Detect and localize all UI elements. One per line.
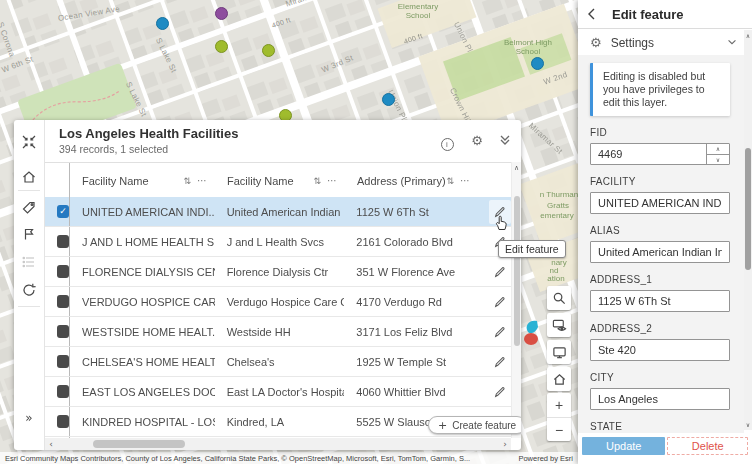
table-horizontal-scrollbar[interactable]: ‹ › [45, 438, 511, 450]
scroll-up-icon[interactable]: ∧ [744, 32, 752, 39]
update-button[interactable]: Update [582, 437, 665, 455]
screen-button[interactable] [547, 340, 571, 364]
column-menu-icon[interactable]: ⋯ [460, 175, 470, 186]
map-feature-dot-blue[interactable] [531, 57, 544, 70]
row-checkbox[interactable]: ✓ [57, 205, 69, 218]
row-edit-cell[interactable] [477, 287, 511, 316]
edit-panel-scrollbar[interactable]: ∧ ∨ [744, 30, 752, 430]
map-feature-dot-olive[interactable] [215, 40, 228, 53]
map-feature-dot-olive[interactable] [262, 44, 275, 57]
field-label: STATE [590, 421, 730, 432]
facility-input[interactable] [590, 192, 730, 214]
scroll-left-icon[interactable]: ‹ [45, 439, 57, 449]
stepper-down-icon[interactable]: ∨ [707, 155, 729, 165]
column-menu-icon[interactable]: ⋯ [327, 175, 337, 186]
address1-input[interactable] [590, 290, 730, 312]
map-feature-dot-purple[interactable] [215, 7, 228, 20]
row-select-cell[interactable] [45, 317, 70, 346]
table-row[interactable]: CHELSEA'S HOME HEALT... Chelsea's 1925 W… [45, 347, 511, 377]
edit-feature-button[interactable] [489, 320, 511, 344]
map-feature-dot-blue[interactable] [156, 17, 169, 30]
row-checkbox[interactable] [57, 355, 69, 368]
scroll-up-icon[interactable]: ∧ [512, 164, 521, 172]
pencil-icon [493, 385, 507, 399]
delete-button[interactable]: Delete [667, 437, 748, 455]
flag-button[interactable] [21, 226, 37, 242]
map-search-button[interactable] [547, 286, 571, 310]
table-vertical-scrollbar[interactable]: ∧ ∨ [511, 162, 521, 438]
sort-icon[interactable]: ⇅ [313, 176, 321, 186]
table-row[interactable]: FLORENCE DIALYSIS CEN... Florence Dialys… [45, 257, 511, 287]
map-feature-dot-blue[interactable] [382, 93, 395, 106]
edit-feature-button[interactable] [489, 290, 511, 314]
column-address-primary[interactable]: Address (Primary) ⇅ ⋯ [345, 175, 478, 187]
zoom-in-button[interactable]: + [547, 393, 571, 418]
row-checkbox[interactable] [57, 295, 69, 308]
address2-input[interactable] [590, 339, 730, 361]
attribute-table-panel: » Los Angeles Health Facilities 394 reco… [14, 120, 521, 450]
sort-icon[interactable]: ⇅ [183, 176, 191, 186]
table-row[interactable]: EAST LOS ANGELES DOC... East LA Doctor's… [45, 377, 511, 407]
edit-feature-button[interactable] [489, 380, 511, 404]
row-checkbox[interactable] [57, 325, 69, 338]
rail-home-button[interactable] [21, 169, 37, 185]
map-home-button[interactable] [547, 367, 571, 391]
edit-form: Editing is disabled but you have privile… [578, 55, 744, 433]
zoom-out-button[interactable]: − [547, 418, 571, 442]
row-edit-cell[interactable] [477, 377, 511, 406]
edit-feature-button[interactable] [489, 260, 511, 284]
table-row[interactable]: WESTSIDE HOME HEALT... Westside HH 3171 … [45, 317, 511, 347]
column-label: Address (Primary) [357, 175, 446, 187]
column-facility-name-2[interactable]: Facility Name ⇅ ⋯ [215, 175, 345, 187]
create-feature-button[interactable]: + Create feature [428, 416, 521, 434]
stepper-up-icon[interactable]: ∧ [707, 144, 729, 155]
plus-icon: + [438, 419, 447, 432]
field-label: ALIAS [590, 225, 730, 236]
table-row[interactable]: VERDUGO HOSPICE CAR... Verdugo Hospice C… [45, 287, 511, 317]
row-checkbox[interactable] [57, 415, 69, 428]
scroll-right-icon[interactable]: › [499, 439, 511, 449]
row-edit-cell[interactable] [477, 317, 511, 346]
column-facility-name-1[interactable]: Facility Name ⇅ ⋯ [70, 175, 215, 187]
row-checkbox[interactable] [57, 235, 69, 248]
cell-facility-alias: Verdugo Hospice Care Ctr [215, 287, 345, 316]
basemap-visibility-button[interactable] [547, 313, 571, 337]
column-menu-icon[interactable]: ⋯ [197, 175, 207, 186]
alias-input[interactable] [590, 241, 730, 263]
row-checkbox[interactable] [57, 265, 69, 278]
tag-button[interactable] [21, 200, 37, 216]
row-select-cell[interactable] [45, 407, 70, 436]
row-select-cell[interactable] [45, 257, 70, 286]
refresh-button[interactable] [21, 282, 37, 298]
sort-icon[interactable]: ⇅ [446, 176, 454, 186]
vertical-scroll-thumb[interactable] [514, 196, 520, 346]
back-button[interactable] [578, 0, 606, 28]
row-checkbox[interactable] [57, 385, 69, 398]
cell-facility-name: FLORENCE DIALYSIS CEN... [70, 257, 215, 286]
scroll-down-icon[interactable]: ∨ [744, 421, 752, 428]
list-button[interactable] [21, 254, 37, 270]
select-all-column[interactable] [45, 163, 70, 198]
scroll-thumb[interactable] [745, 148, 751, 270]
row-edit-cell[interactable] [477, 347, 511, 376]
collapse-table-button[interactable] [497, 133, 513, 149]
table-row[interactable]: ✓ UNITED AMERICAN INDI... United America… [45, 197, 511, 227]
cell-facility-name: UNITED AMERICAN INDI... [70, 197, 215, 226]
settings-section-header[interactable]: ⚙ Settings [578, 29, 752, 57]
row-select-cell[interactable] [45, 287, 70, 316]
horizontal-scroll-thumb[interactable] [93, 440, 185, 448]
city-input[interactable] [590, 388, 730, 410]
row-select-cell[interactable] [45, 377, 70, 406]
row-select-cell[interactable] [45, 347, 70, 376]
row-select-cell[interactable] [45, 227, 70, 256]
horizontal-scroll-track[interactable] [57, 438, 499, 450]
row-edit-cell[interactable] [477, 257, 511, 286]
expand-rail-button[interactable]: » [21, 410, 37, 426]
table-settings-button[interactable]: ⚙ [469, 133, 485, 149]
center-on-selection-button[interactable] [21, 134, 37, 150]
chevron-down-icon[interactable] [726, 34, 738, 52]
info-button[interactable]: i [439, 133, 455, 149]
edit-feature-button[interactable] [489, 350, 511, 374]
table-row[interactable]: J AND L HOME HEALTH S... J and L Health … [45, 227, 511, 257]
row-select-cell[interactable]: ✓ [45, 197, 70, 226]
